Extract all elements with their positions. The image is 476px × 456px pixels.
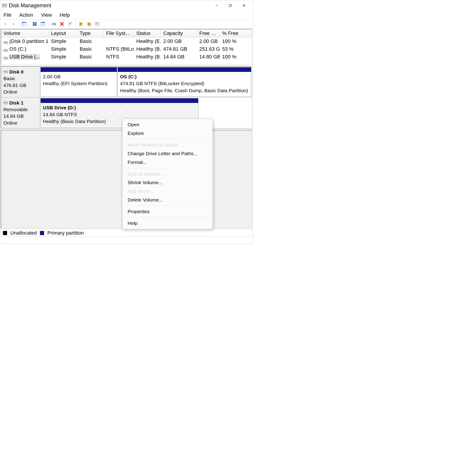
cell-pfree: 53 % bbox=[220, 46, 247, 52]
cell-type: Basic bbox=[77, 38, 104, 45]
volume-list-header: Volume Layout Type File System Status Ca… bbox=[1, 29, 252, 37]
menubar: File Action View Help bbox=[0, 11, 253, 19]
disk-name: Disk 0 bbox=[9, 68, 24, 75]
col-status[interactable]: Status bbox=[134, 29, 161, 37]
cell-pfree: 100 % bbox=[220, 38, 247, 45]
col-capacity[interactable]: Capacity bbox=[161, 29, 197, 37]
separator-icon bbox=[18, 21, 19, 27]
separator-icon bbox=[75, 21, 76, 27]
partition[interactable]: 2.00 GBHealthy (EFI System Partition) bbox=[40, 67, 117, 97]
statusbar bbox=[0, 237, 253, 244]
partition-color-bar bbox=[118, 67, 251, 72]
partition-size: 474.81 GB NTFS (BitLocker Encrypted) bbox=[120, 80, 249, 87]
partition-name: USB Drive (D:) bbox=[43, 104, 196, 111]
cm-mirror: Add Mirror... bbox=[123, 187, 212, 196]
back-button bbox=[2, 21, 8, 27]
cm-change-letter[interactable]: Change Drive Letter and Paths... bbox=[123, 149, 212, 158]
volume-list: Volume Layout Type File System Status Ca… bbox=[1, 29, 252, 65]
disk-management-window: Disk Management File Action View Help ? … bbox=[0, 0, 253, 244]
search-button[interactable] bbox=[86, 21, 93, 27]
svg-point-30 bbox=[7, 42, 8, 43]
volume-row[interactable]: (Disk 0 partition 1)SimpleBasicHealthy (… bbox=[1, 37, 252, 45]
drive-icon bbox=[3, 55, 8, 59]
svg-rect-5 bbox=[229, 4, 231, 7]
partition[interactable]: OS (C:)474.81 GB NTFS (BitLocker Encrypt… bbox=[118, 67, 251, 97]
separator-icon bbox=[125, 139, 210, 139]
svg-text:?: ? bbox=[34, 22, 36, 26]
disk-size: 476.81 GB bbox=[3, 82, 37, 89]
col-type[interactable]: Type bbox=[77, 29, 104, 37]
cell-fs: NTFS (BitLo... bbox=[104, 46, 134, 52]
cm-open[interactable]: Open bbox=[123, 120, 212, 129]
cell-free: 2.00 GB bbox=[197, 38, 220, 45]
disk-icon bbox=[3, 100, 8, 106]
upload-button[interactable] bbox=[77, 21, 84, 27]
svg-rect-32 bbox=[4, 50, 6, 50]
svg-line-17 bbox=[55, 25, 56, 25]
minimize-button[interactable] bbox=[210, 1, 223, 10]
menu-action[interactable]: Action bbox=[18, 12, 34, 18]
partition-color-bar bbox=[41, 98, 198, 103]
close-button[interactable] bbox=[237, 1, 251, 10]
cm-explore[interactable]: Explore bbox=[123, 129, 212, 138]
cm-help[interactable]: Help bbox=[123, 219, 212, 228]
settings-button[interactable] bbox=[94, 21, 101, 27]
svg-rect-41 bbox=[4, 102, 6, 103]
volume-row[interactable]: USB Drive (...SimpleBasicNTFSHealthy (B.… bbox=[1, 53, 252, 61]
col-free[interactable]: Free Spa... bbox=[197, 29, 220, 37]
cm-shrink[interactable]: Shrink Volume... bbox=[123, 178, 212, 187]
window-title: Disk Management bbox=[9, 2, 51, 9]
volume-row[interactable]: OS (C:)SimpleBasicNTFS (BitLo...Healthy … bbox=[1, 45, 252, 53]
menu-help[interactable]: Help bbox=[58, 12, 71, 18]
cell-volume: OS (C:) bbox=[1, 46, 49, 52]
partition-name: OS (C:) bbox=[120, 73, 249, 80]
col-layout[interactable]: Layout bbox=[49, 29, 77, 37]
action-button[interactable] bbox=[40, 21, 46, 27]
col-volume[interactable]: Volume bbox=[1, 29, 49, 37]
cell-pfree: 100 % bbox=[220, 53, 247, 60]
delete-button[interactable] bbox=[59, 21, 65, 27]
svg-point-33 bbox=[7, 50, 8, 51]
refresh-button[interactable] bbox=[50, 21, 57, 27]
separator-icon bbox=[125, 206, 210, 206]
disk-icon bbox=[3, 68, 8, 75]
cell-status: Healthy (E... bbox=[134, 38, 161, 45]
disk-state: Online bbox=[3, 120, 37, 126]
partition-status: Healthy (Boot, Page File, Crash Dump, Ba… bbox=[120, 87, 249, 94]
cell-status: Healthy (B... bbox=[134, 46, 161, 52]
legend-unallocated: Unallocated bbox=[10, 230, 37, 236]
svg-point-36 bbox=[7, 58, 8, 59]
partition-color-bar bbox=[41, 67, 117, 72]
disk-parts: 2.00 GBHealthy (EFI System Partition)OS … bbox=[40, 67, 252, 97]
cm-format[interactable]: Format... bbox=[123, 158, 212, 167]
col-pct-free[interactable]: % Free bbox=[220, 29, 247, 37]
cell-type: Basic bbox=[77, 53, 104, 60]
properties-button[interactable] bbox=[67, 21, 74, 27]
svg-rect-38 bbox=[4, 71, 6, 72]
menu-view[interactable]: View bbox=[40, 12, 53, 18]
drive-icon bbox=[3, 48, 8, 51]
disk-info[interactable]: Disk 0Basic476.81 GBOnline bbox=[1, 67, 40, 97]
context-menu: Open Explore Mark Partition as Active Ch… bbox=[122, 119, 213, 229]
cell-fs bbox=[104, 38, 134, 45]
cm-delete[interactable]: Delete Volume... bbox=[123, 196, 212, 204]
legend: Unallocated Primary partition bbox=[0, 229, 253, 237]
cell-free: 14.80 GB bbox=[197, 53, 220, 60]
disk-name: Disk 1 bbox=[9, 100, 24, 106]
disk-info[interactable]: Disk 1Removable14.84 GBOnline bbox=[1, 98, 40, 128]
help-button[interactable]: ? bbox=[31, 21, 38, 27]
show-hide-tree-button[interactable] bbox=[21, 21, 27, 27]
svg-point-2 bbox=[3, 4, 3, 5]
cm-properties[interactable]: Properties bbox=[123, 207, 212, 216]
separator-icon bbox=[29, 21, 29, 27]
col-filesystem[interactable]: File System bbox=[104, 29, 134, 37]
cell-layout: Simple bbox=[49, 46, 77, 52]
cell-capacity: 2.00 GB bbox=[161, 38, 197, 45]
cm-extend: Extend Volume... bbox=[123, 169, 212, 178]
menu-file[interactable]: File bbox=[2, 12, 13, 18]
svg-rect-9 bbox=[22, 22, 26, 23]
cell-status: Healthy (B... bbox=[134, 53, 161, 60]
maximize-button[interactable] bbox=[223, 1, 237, 10]
partition-size: 2.00 GB bbox=[43, 73, 115, 80]
disk-row: Disk 0Basic476.81 GBOnline2.00 GBHealthy… bbox=[1, 67, 252, 98]
